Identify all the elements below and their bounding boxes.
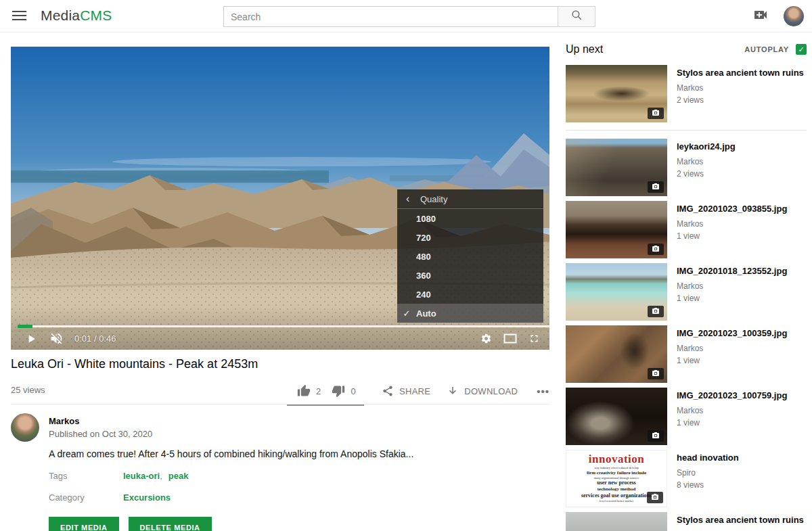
author-row: Markos Published on Oct 30, 2020: [11, 413, 152, 442]
item-title: Stylos area ancient town ruins: [677, 515, 804, 525]
time-display: 0:01 / 0:46: [74, 333, 116, 344]
logo-cms-text: CMS: [80, 7, 112, 23]
volume-muted-icon: [49, 331, 64, 346]
play-icon: [24, 332, 38, 346]
check-icon: ✓: [397, 308, 416, 319]
thumbnail: [566, 388, 667, 445]
item-title: IMG_20201018_123552.jpg: [677, 266, 787, 276]
player-controls: 0:01 / 0:46: [11, 327, 549, 350]
add-media-button[interactable]: [752, 8, 769, 24]
more-options-button[interactable]: •••: [534, 386, 549, 397]
dislike-button[interactable]: 0: [332, 384, 356, 398]
author-avatar[interactable]: [11, 413, 39, 442]
item-author: Markos: [677, 157, 736, 166]
item-title: IMG_20201023_100359.jpg: [677, 328, 787, 338]
thumbnail: [566, 139, 667, 196]
image-type-badge: [648, 181, 664, 193]
item-author: Markos: [677, 281, 787, 291]
thumbnail: [566, 65, 667, 122]
up-next-title: Up next: [566, 43, 603, 55]
thumbnail: innovation way industry effect reduced d…: [566, 450, 667, 507]
item-author: Markos: [677, 344, 787, 353]
edit-media-button[interactable]: EDIT MEDIA: [49, 517, 119, 531]
check-icon: ✓: [798, 45, 804, 54]
search-input[interactable]: [223, 6, 558, 27]
up-next-item-3[interactable]: IMG_20201023_093855.jpg Markos 1 view: [566, 201, 807, 258]
quality-option-1080[interactable]: 1080: [397, 209, 543, 228]
tag-link-peak[interactable]: peak: [168, 471, 189, 481]
quality-option-240[interactable]: 240: [397, 285, 543, 304]
thumbnail: [566, 512, 667, 531]
category-label: Category: [49, 492, 123, 503]
item-views: 8 views: [677, 480, 739, 490]
image-type-badge: [648, 430, 664, 442]
camera-icon: [652, 430, 660, 442]
theater-mode-button[interactable]: [503, 333, 517, 344]
quality-option-720[interactable]: 720: [397, 228, 543, 247]
dislike-count: 0: [351, 386, 356, 396]
category-link[interactable]: Excursions: [123, 492, 171, 503]
item-author: Markos: [677, 219, 787, 229]
thumbnail: [566, 201, 667, 258]
search-button[interactable]: [558, 6, 595, 27]
video-camera-plus-icon: [752, 7, 769, 26]
item-views: 2 views: [677, 95, 804, 105]
download-label: DOWNLOAD: [464, 386, 518, 396]
item-views: 1 view: [677, 418, 787, 428]
share-button[interactable]: SHARE: [382, 385, 430, 397]
up-next-item-4[interactable]: IMG_20201018_123552.jpg Markos 1 view: [566, 263, 807, 321]
menu-icon[interactable]: [12, 11, 26, 21]
top-navbar: MediaCMS: [0, 0, 812, 32]
image-type-badge: [647, 492, 663, 503]
logo-media-text: Media: [41, 7, 80, 23]
camera-icon: [652, 368, 660, 380]
camera-icon: [652, 108, 660, 120]
delete-media-button[interactable]: DELETE MEDIA: [129, 517, 212, 531]
image-type-badge: [648, 108, 664, 119]
quality-option-480[interactable]: 480: [397, 247, 543, 266]
video-player[interactable]: ‹ Quality 1080 720 480 360 240 ✓ Auto: [11, 47, 549, 350]
autoplay-toggle: AUTOPLAY ✓: [744, 44, 807, 55]
up-next-item-8[interactable]: Stylos area ancient town ruins: [566, 512, 807, 531]
item-author: Markos: [677, 83, 804, 93]
image-type-badge: [648, 306, 664, 317]
item-title: Stylos area ancient town ruins: [677, 68, 804, 78]
mute-button[interactable]: [49, 331, 64, 346]
search-icon: [570, 9, 583, 24]
app-logo[interactable]: MediaCMS: [41, 7, 112, 24]
fullscreen-button[interactable]: [528, 333, 540, 344]
like-button[interactable]: 2: [297, 384, 321, 398]
item-author: Markos: [677, 406, 787, 415]
tag-separator: ,: [160, 471, 162, 481]
author-name[interactable]: Markos: [49, 416, 152, 426]
up-next-item-1[interactable]: Stylos area ancient town ruins Markos 2 …: [566, 65, 807, 122]
thumb-down-icon: [332, 384, 345, 398]
up-next-item-6[interactable]: IMG_20201023_100759.jpg Markos 1 view: [566, 388, 807, 445]
thumbnail: [566, 263, 667, 321]
tag-link-leuka-ori[interactable]: leuka-ori: [123, 471, 160, 481]
item-title: IMG_20201023_093855.jpg: [677, 204, 787, 214]
navbar-right: [752, 0, 804, 32]
quality-menu-header[interactable]: ‹ Quality: [397, 189, 543, 209]
quality-option-auto[interactable]: ✓ Auto: [397, 304, 543, 323]
camera-icon: [652, 181, 660, 193]
user-avatar[interactable]: [784, 6, 804, 26]
download-icon: [447, 385, 459, 397]
more-dots-icon: •••: [537, 386, 549, 397]
image-type-badge: [648, 244, 664, 255]
share-label: SHARE: [399, 386, 430, 396]
up-next-item-2[interactable]: leykaori24.jpg Markos 2 views: [566, 139, 807, 196]
settings-button[interactable]: [480, 333, 492, 344]
image-type-badge: [648, 368, 664, 379]
owner-buttons: EDIT MEDIA DELETE MEDIA: [49, 517, 212, 531]
quality-menu-title: Quality: [420, 194, 447, 204]
divider: [566, 130, 807, 131]
download-button[interactable]: DOWNLOAD: [447, 385, 518, 397]
thumb-up-icon: [297, 384, 311, 398]
up-next-item-5[interactable]: IMG_20201023_100359.jpg Markos 1 view: [566, 325, 807, 383]
play-button[interactable]: [24, 332, 38, 346]
up-next-item-7[interactable]: innovation way industry effect reduced d…: [566, 450, 807, 507]
theater-mode-icon: [503, 333, 517, 344]
quality-option-360[interactable]: 360: [397, 266, 543, 285]
autoplay-checkbox[interactable]: ✓: [796, 44, 807, 55]
